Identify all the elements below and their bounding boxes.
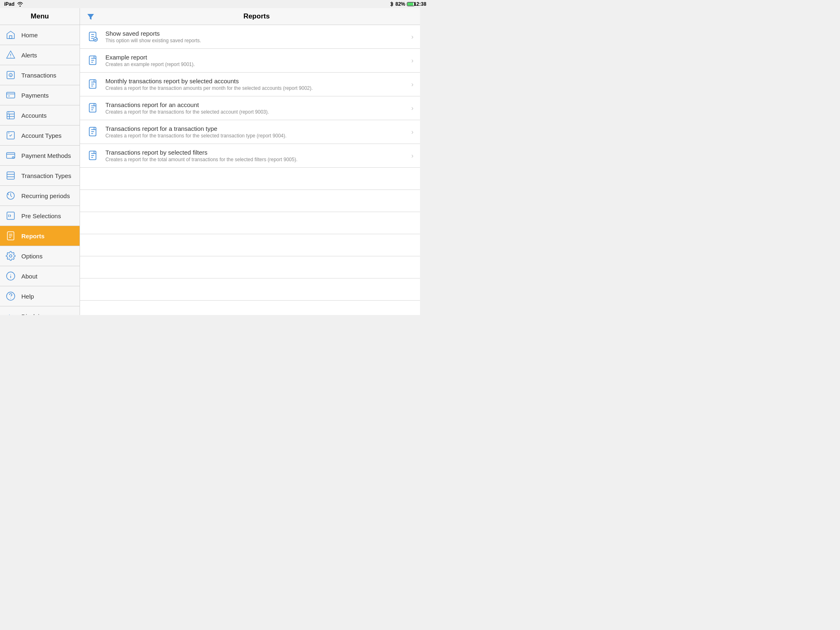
report-subtitle-monthly: Creates a report for the transaction amo…	[105, 85, 406, 91]
empty-row-3	[80, 212, 420, 234]
svg-rect-9	[7, 92, 15, 98]
sidebar-label-help: Help	[21, 293, 34, 300]
sidebar-item-transaction-types[interactable]: Transaction Types	[0, 166, 80, 186]
svg-rect-22	[7, 172, 14, 179]
payments-icon	[5, 89, 16, 101]
report-title-show-saved: Show saved reports	[105, 30, 406, 37]
sidebar-item-about[interactable]: About	[0, 266, 80, 286]
svg-text:$: $	[8, 111, 9, 114]
report-text-monthly: Monthly transactions report by selected …	[105, 78, 406, 91]
bluetooth-icon	[390, 1, 394, 7]
alert-icon	[5, 49, 16, 61]
chevron-icon-3: ›	[411, 81, 413, 88]
sidebar-title: Menu	[0, 8, 80, 25]
chevron-icon-4: ›	[411, 105, 413, 112]
svg-point-5	[10, 57, 11, 57]
empty-row-4	[80, 234, 420, 256]
report-title-example: Example report	[105, 54, 406, 61]
sidebar-item-reports[interactable]: Reports	[0, 226, 80, 246]
report-subtitle-filters: Creates a report for the total amount of…	[105, 157, 406, 162]
wifi-icon	[17, 2, 23, 7]
monthly-report-icon	[87, 78, 100, 91]
report-item-filters[interactable]: Transactions report by selected filters …	[80, 144, 420, 168]
report-item-example[interactable]: Example report Creates an example report…	[80, 49, 420, 73]
chevron-icon-5: ›	[411, 128, 413, 136]
sidebar-label-transaction-types: Transaction Types	[21, 172, 71, 179]
report-text-account: Transactions report for an account Creat…	[105, 101, 406, 115]
sidebar-label-transactions: Transactions	[21, 72, 56, 79]
sidebar-label-home: Home	[21, 32, 38, 39]
report-title-monthly: Monthly transactions report by selected …	[105, 78, 406, 84]
report-item-monthly[interactable]: Monthly transactions report by selected …	[80, 73, 420, 96]
sidebar-label-about: About	[21, 273, 37, 280]
sidebar-item-transactions[interactable]: $ Transactions	[0, 65, 80, 85]
content-area: Menu Home Alerts $ Transactions	[0, 8, 420, 315]
report-item-account[interactable]: Transactions report for an account Creat…	[80, 96, 420, 120]
sidebar-item-pre-selections[interactable]: Pre Selections	[0, 206, 80, 226]
sidebar-item-accounts[interactable]: $ Accounts	[0, 105, 80, 126]
sidebar-label-alerts: Alerts	[21, 52, 37, 59]
svg-rect-3	[9, 36, 12, 39]
home-icon	[5, 29, 16, 41]
report-text-filters: Transactions report by selected filters …	[105, 149, 406, 162]
svg-point-32	[9, 255, 12, 257]
accounts-icon: $	[5, 110, 16, 121]
status-left: iPad	[4, 1, 23, 7]
filters-report-icon	[87, 149, 100, 162]
sidebar-label-options: Options	[21, 253, 43, 260]
pre-selections-icon	[5, 210, 16, 221]
app-container: Menu Home Alerts $ Transactions	[0, 8, 420, 315]
empty-row-1	[80, 168, 420, 190]
about-icon	[5, 270, 16, 282]
transactions-icon: $	[5, 69, 16, 81]
svg-point-20	[12, 157, 14, 158]
sidebar-item-account-types[interactable]: $ Account Types	[0, 126, 80, 146]
report-text-type: Transactions report for a transaction ty…	[105, 125, 406, 139]
report-list: Show saved reports This option will show…	[80, 25, 420, 315]
svg-text:$: $	[8, 132, 9, 134]
svg-rect-1	[408, 3, 413, 6]
sidebar-item-disclaimer[interactable]: Disclaimer	[0, 306, 80, 315]
sidebar-label-account-types: Account Types	[21, 132, 62, 139]
svg-point-37	[10, 298, 11, 299]
filter-icon[interactable]	[87, 12, 95, 21]
sidebar-item-payments[interactable]: Payments	[0, 85, 80, 105]
report-item-show-saved[interactable]: Show saved reports This option will show…	[80, 25, 420, 49]
main-header: Reports	[80, 8, 420, 25]
report-title-filters: Transactions report by selected filters	[105, 149, 406, 156]
report-item-type[interactable]: Transactions report for a transaction ty…	[80, 120, 420, 144]
help-icon	[5, 290, 16, 302]
recurring-icon	[5, 190, 16, 201]
empty-row-2	[80, 190, 420, 212]
account-report-icon	[87, 102, 100, 115]
report-title-account: Transactions report for an account	[105, 101, 406, 108]
account-types-icon: $	[5, 130, 16, 141]
main-title: Reports	[100, 12, 413, 21]
svg-point-35	[10, 274, 11, 275]
sidebar-item-options[interactable]: Options	[0, 246, 80, 266]
status-bar: iPad 12:38 82%	[0, 0, 420, 8]
sidebar-label-payment-methods: Payment Methods	[21, 152, 71, 159]
report-subtitle-show-saved: This option will show existing saved rep…	[105, 38, 406, 43]
options-icon	[5, 250, 16, 262]
disclaimer-icon	[5, 310, 16, 315]
device-label: iPad	[4, 1, 14, 7]
report-subtitle-example: Creates an example report (report 9001).	[105, 62, 406, 67]
battery-percent: 82%	[395, 1, 405, 7]
report-subtitle-type: Creates a report for the transactions fo…	[105, 133, 406, 139]
sidebar-item-home[interactable]: Home	[0, 25, 80, 45]
reports-icon	[5, 230, 16, 242]
type-report-icon	[87, 126, 100, 139]
example-report-icon	[87, 54, 100, 67]
svg-rect-19	[7, 153, 15, 158]
sidebar-item-alerts[interactable]: Alerts	[0, 45, 80, 65]
empty-row-5	[80, 256, 420, 278]
sidebar-item-help[interactable]: Help	[0, 286, 80, 306]
status-right: 82%	[390, 1, 416, 7]
report-text-show-saved: Show saved reports This option will show…	[105, 30, 406, 43]
sidebar-item-recurring-periods[interactable]: Recurring periods	[0, 186, 80, 206]
payment-methods-icon	[5, 150, 16, 161]
empty-row-6	[80, 278, 420, 301]
svg-text:$: $	[10, 74, 11, 77]
sidebar-item-payment-methods[interactable]: Payment Methods	[0, 146, 80, 166]
